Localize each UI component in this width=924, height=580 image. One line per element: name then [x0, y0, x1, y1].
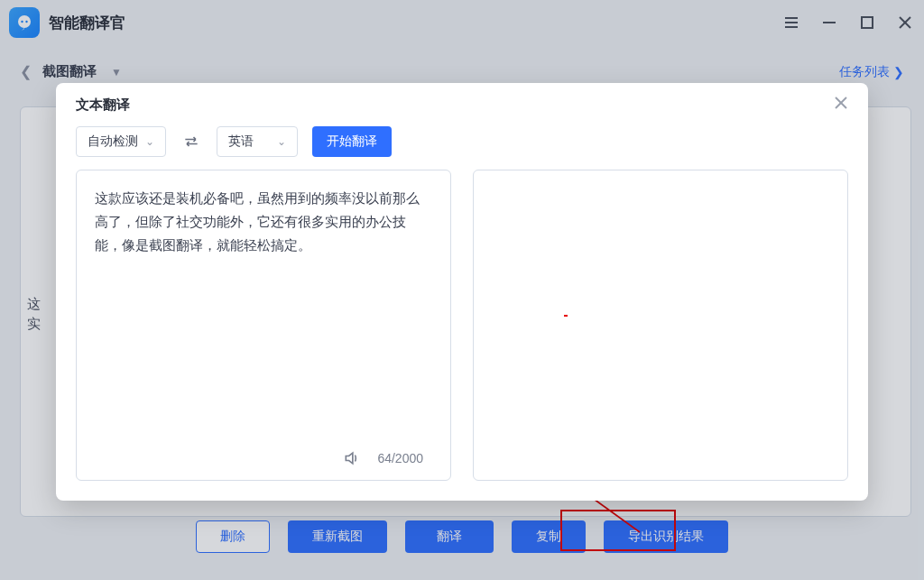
source-language-select[interactable]: 自动检测 ⌄: [76, 126, 166, 157]
source-pane-footer: 64/2000: [77, 440, 450, 480]
close-icon[interactable]: [834, 96, 848, 114]
svg-point-0: [18, 15, 31, 28]
target-language-label: 英语: [228, 133, 254, 150]
text-translate-modal: 文本翻译 自动检测 ⌄ 英语 ⌄ 开始翻译 64/2000: [56, 83, 868, 501]
title-left: 智能翻译官: [9, 7, 125, 38]
svg-point-1: [21, 21, 23, 23]
chevron-down-icon[interactable]: ▼: [111, 66, 122, 78]
breadcrumb-left: ❮ 截图翻译 ▼: [20, 63, 122, 80]
back-icon[interactable]: ❮: [20, 63, 32, 80]
window-controls: [781, 13, 915, 32]
app-title: 智能翻译官: [49, 13, 125, 33]
modal-header: 文本翻译: [56, 83, 868, 123]
svg-rect-7: [862, 17, 873, 28]
copy-button[interactable]: 复制: [512, 520, 586, 553]
maximize-icon[interactable]: [857, 13, 877, 32]
source-language-label: 自动检测: [88, 133, 138, 150]
delete-button[interactable]: 删除: [196, 520, 270, 553]
svg-point-2: [25, 21, 27, 23]
swap-icon[interactable]: [180, 131, 202, 152]
source-pane: 64/2000: [76, 170, 451, 481]
char-counter: 64/2000: [377, 451, 423, 465]
speaker-icon[interactable]: [343, 449, 361, 467]
start-translate-button[interactable]: 开始翻译: [312, 126, 392, 157]
chevron-down-icon: ⌄: [145, 135, 154, 148]
modal-title: 文本翻译: [76, 97, 130, 114]
translate-button[interactable]: 翻译: [405, 520, 494, 553]
title-bar: 智能翻译官: [0, 0, 924, 45]
chevron-down-icon: ⌄: [277, 135, 286, 148]
export-button[interactable]: 导出识别结果: [604, 520, 728, 553]
modal-body: 64/2000: [56, 170, 868, 501]
background-text-snippet: 这 实: [27, 294, 41, 334]
chevron-right-icon: ❯: [893, 65, 904, 79]
target-pane: [473, 170, 848, 481]
task-list-link[interactable]: 任务列表 ❯: [839, 64, 904, 80]
bg-line2: 实: [27, 314, 41, 334]
minimize-icon[interactable]: [819, 13, 839, 32]
source-text-input[interactable]: [77, 170, 450, 440]
breadcrumb-row: ❮ 截图翻译 ▼ 任务列表 ❯: [0, 45, 924, 87]
task-list-label: 任务列表: [839, 64, 890, 80]
target-language-select[interactable]: 英语 ⌄: [217, 126, 298, 157]
menu-icon[interactable]: [781, 13, 801, 32]
bottom-action-bar: 删除 重新截图 翻译 复制 导出识别结果: [0, 520, 924, 553]
breadcrumb-title: 截图翻译: [42, 63, 97, 80]
modal-toolbar: 自动检测 ⌄ 英语 ⌄ 开始翻译: [56, 123, 868, 170]
close-window-icon[interactable]: [895, 13, 915, 32]
bg-line1: 这: [27, 294, 41, 314]
tiny-mark: [564, 315, 568, 317]
rescreenshot-button[interactable]: 重新截图: [288, 520, 387, 553]
app-logo: [9, 7, 40, 38]
